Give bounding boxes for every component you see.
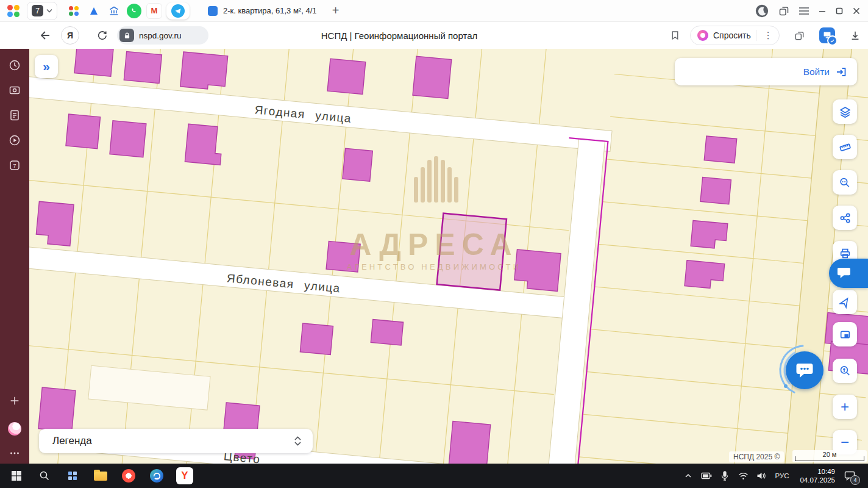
share-button[interactable]: [833, 206, 857, 230]
taskbar-app-red[interactable]: [115, 464, 143, 488]
clock-icon: [8, 59, 21, 72]
ask-more-button[interactable]: ⋮: [761, 30, 775, 41]
taskbar-app-grid[interactable]: [59, 464, 87, 488]
pinned-tabs: M: [66, 2, 190, 20]
layers-icon: [839, 106, 852, 118]
network-status[interactable]: [735, 464, 751, 488]
chat-bubble-icon: [795, 362, 814, 379]
apps-dots-icon: [69, 6, 79, 16]
tabs-panel-button[interactable]: [791, 26, 807, 45]
screen: 7 M: [0, 0, 868, 488]
tray-expand-button[interactable]: [680, 464, 696, 488]
tabs-counter-button[interactable]: 7: [8, 159, 21, 172]
language-indicator[interactable]: РУС: [772, 472, 792, 479]
battery-status[interactable]: [699, 464, 714, 488]
tab-group-selector[interactable]: 7: [27, 2, 57, 20]
folder-icon: [94, 472, 107, 481]
yandex-search-button[interactable]: Я: [61, 26, 79, 45]
video-button[interactable]: [8, 134, 21, 147]
pinned-tab-whatsapp[interactable]: [126, 3, 142, 19]
more-button[interactable]: [8, 447, 21, 460]
edge-button[interactable]: [143, 464, 171, 488]
arrow-left-icon: [38, 29, 51, 41]
login-bar[interactable]: Войти: [675, 58, 857, 85]
shared-tabs-icon[interactable]: [778, 5, 790, 17]
windows-logo-icon: [11, 470, 22, 481]
minimap-button[interactable]: [833, 322, 857, 346]
pinned-tab-apps[interactable]: [66, 3, 82, 19]
divider: [756, 30, 756, 41]
file-explorer-button[interactable]: [87, 464, 115, 488]
layers-button[interactable]: [833, 99, 857, 124]
locate-button[interactable]: [833, 290, 857, 314]
bookmark-button[interactable]: [667, 26, 683, 45]
maximize-icon[interactable]: [835, 7, 844, 15]
expand-panel-button[interactable]: »: [35, 55, 58, 78]
action-center-button[interactable]: 4: [838, 464, 862, 488]
feed-button[interactable]: [8, 109, 21, 122]
legend-panel[interactable]: Легенда: [39, 429, 313, 453]
browser-toolbar: Я nspd.gov.ru НСПД | Геоинформационный п…: [0, 22, 868, 49]
dark-mode-icon[interactable]: [755, 4, 769, 18]
ask-label: Спросить: [713, 30, 751, 40]
reload-button[interactable]: [93, 26, 111, 45]
collapse-expand-icon[interactable]: [294, 436, 302, 447]
chat-bubble-icon: [837, 267, 852, 280]
search-location-icon: [839, 365, 852, 378]
browser-spaces-button[interactable]: [5, 2, 22, 20]
triangle-logo-icon: [88, 5, 100, 17]
yandex-button-active[interactable]: Y: [171, 464, 199, 488]
volume-status[interactable]: [753, 464, 769, 488]
close-icon[interactable]: [852, 7, 861, 15]
taskbar-clock[interactable]: 10:49 04.07.2025: [795, 467, 835, 484]
legend-label: Легенда: [52, 435, 92, 447]
alice-orb-icon: [8, 422, 21, 436]
pinned-tab-blue-app[interactable]: [86, 3, 102, 19]
active-tab[interactable]: 2-к. квартира, 61,3 м², 4/1: [202, 2, 322, 20]
start-button[interactable]: [2, 464, 30, 488]
download-icon: [850, 30, 861, 41]
search-area-button[interactable]: [833, 359, 857, 383]
battery-icon: [701, 472, 712, 479]
minus-icon: −: [841, 435, 849, 450]
feedback-chat-button[interactable]: [829, 259, 868, 288]
svg-text:7: 7: [13, 162, 16, 169]
news-icon: [8, 109, 21, 122]
lock-icon: [119, 29, 134, 42]
screenshots-button[interactable]: [8, 84, 21, 97]
minimize-icon[interactable]: [818, 7, 827, 15]
alice-button[interactable]: [8, 422, 21, 436]
protect-download-button[interactable]: [819, 27, 835, 43]
taskbar-search-button[interactable]: [30, 464, 59, 488]
history-button[interactable]: [8, 59, 21, 72]
chevron-down-icon: [46, 9, 52, 13]
windows-taskbar: Y РУС 10:49 04.07.2025: [0, 464, 868, 488]
microphone-status[interactable]: [717, 464, 733, 488]
address-bar[interactable]: nspd.gov.ru: [117, 26, 208, 45]
pinned-tab-gmail[interactable]: M: [146, 3, 162, 19]
pinned-tab-gov[interactable]: [106, 3, 122, 19]
back-button[interactable]: [35, 26, 54, 45]
map-canvas[interactable]: Ягодная улица Яблоневая улица Цвето АДРЕ…: [29, 49, 868, 464]
downloads-button[interactable]: [847, 26, 863, 45]
zoom-in-button[interactable]: +: [833, 395, 857, 419]
bookmark-flag-icon: [670, 30, 680, 41]
scale-bar: 20 м: [792, 450, 867, 462]
support-chat-button[interactable]: [786, 351, 824, 389]
building-columns-icon: [108, 5, 120, 17]
add-panel-button[interactable]: [8, 394, 21, 407]
pinned-tab-telegram-active[interactable]: [166, 2, 190, 20]
gmail-icon: M: [146, 3, 162, 19]
microphone-icon: [720, 471, 729, 481]
yandex-y-icon: Y: [176, 467, 193, 484]
chevron-up-icon: [684, 472, 692, 480]
copy-tabs-icon: [794, 30, 805, 41]
menu-icon[interactable]: [799, 7, 809, 15]
new-tab-button[interactable]: +: [327, 4, 343, 18]
red-browser-icon: [122, 469, 135, 483]
wifi-icon: [738, 472, 749, 480]
measure-button[interactable]: [833, 135, 857, 159]
plus-icon: [9, 395, 21, 407]
ask-ai-button[interactable]: Спросить ⋮: [690, 26, 780, 45]
object-search-button[interactable]: [833, 170, 857, 195]
